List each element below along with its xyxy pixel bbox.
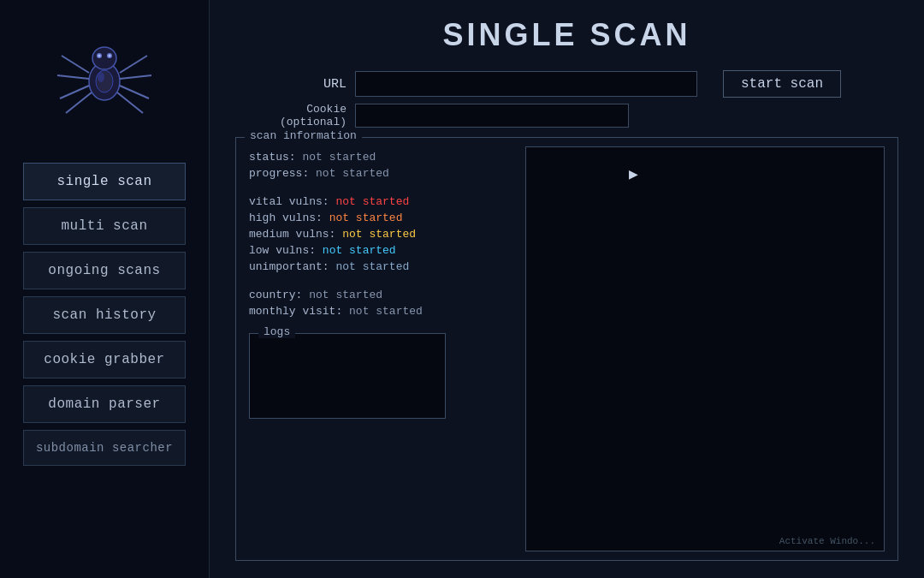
svg-point-1 — [92, 47, 116, 69]
unimportant-label: unimportant: — [249, 260, 329, 273]
medium-line: medium vulns: not started — [249, 228, 512, 241]
svg-line-12 — [120, 86, 149, 98]
svg-point-5 — [109, 55, 111, 57]
status-value: not started — [302, 151, 376, 164]
url-label: URL — [235, 77, 346, 92]
scan-results-panel: ▶ Activate Windo... — [525, 146, 885, 551]
monthly-line: monthly visit: not started — [249, 305, 512, 318]
svg-line-9 — [66, 92, 92, 113]
progress-label: progress: — [249, 167, 309, 180]
high-value: not started — [329, 212, 403, 224]
nav-multi-scan[interactable]: multi scan — [23, 207, 186, 245]
medium-label: medium vulns: — [249, 228, 335, 241]
low-value: not started — [323, 244, 396, 257]
nav-subdomain-searcher[interactable]: subdomain searcher — [23, 430, 186, 466]
sidebar: single scan multi scan ongoing scans sca… — [0, 0, 210, 578]
svg-point-4 — [98, 55, 101, 57]
high-line: high vulns: not started — [249, 212, 512, 224]
svg-line-8 — [60, 86, 89, 98]
watermark: Activate Windo... — [779, 536, 875, 546]
svg-line-11 — [120, 75, 151, 79]
cookie-row: Cookie (optional) — [235, 103, 898, 128]
monthly-value: not started — [349, 305, 423, 318]
spider-logo — [44, 17, 164, 137]
cursor-indicator: ▶ — [629, 164, 638, 183]
scan-info-panel: scan information status: not started pro… — [235, 137, 898, 561]
nav-scan-history[interactable]: scan history — [23, 296, 186, 334]
vital-value: not started — [335, 195, 409, 208]
scan-info-label: scan information — [245, 129, 362, 142]
status-line: status: not started — [249, 151, 512, 164]
nav-domain-parser[interactable]: domain parser — [23, 385, 186, 423]
nav-single-scan[interactable]: single scan — [23, 163, 186, 200]
scan-info-left: status: not started progress: not starte… — [249, 146, 512, 551]
url-input[interactable] — [355, 71, 697, 97]
cookie-input[interactable] — [355, 104, 629, 128]
svg-point-15 — [98, 72, 104, 82]
country-value: not started — [309, 289, 382, 301]
low-label: low vulns: — [249, 244, 316, 257]
nav-cookie-grabber[interactable]: cookie grabber — [23, 341, 186, 378]
nav-ongoing-scans[interactable]: ongoing scans — [23, 252, 186, 289]
progress-value: not started — [316, 167, 389, 180]
svg-line-10 — [120, 56, 147, 73]
logs-section: logs — [249, 333, 512, 419]
low-line: low vulns: not started — [249, 244, 512, 257]
high-label: high vulns: — [249, 212, 323, 224]
main-content: SINGLE SCAN URL start scan Cookie (optio… — [210, 0, 924, 578]
page-title: SINGLE SCAN — [235, 17, 898, 53]
url-cookie-group: URL start scan Cookie (optional) — [235, 70, 898, 128]
svg-point-14 — [96, 70, 113, 92]
svg-line-7 — [57, 75, 89, 79]
spacer2 — [249, 277, 512, 289]
logs-label: logs — [258, 325, 295, 338]
url-row: URL start scan — [235, 70, 898, 98]
vital-label: vital vulns: — [249, 195, 329, 208]
svg-line-13 — [117, 92, 143, 113]
country-label: country: — [249, 289, 302, 301]
status-label: status: — [249, 151, 296, 164]
medium-value: not started — [342, 228, 416, 241]
country-line: country: not started — [249, 289, 512, 301]
start-scan-button[interactable]: start scan — [723, 70, 841, 98]
cookie-label: Cookie (optional) — [235, 103, 346, 128]
monthly-label: monthly visit: — [249, 305, 342, 318]
spacer1 — [249, 183, 512, 195]
vital-line: vital vulns: not started — [249, 195, 512, 208]
logs-panel: logs — [249, 333, 446, 419]
svg-line-6 — [62, 56, 89, 73]
progress-line: progress: not started — [249, 167, 512, 180]
unimportant-value: not started — [335, 260, 409, 273]
unimportant-line: unimportant: not started — [249, 260, 512, 273]
logo-container — [36, 9, 173, 146]
